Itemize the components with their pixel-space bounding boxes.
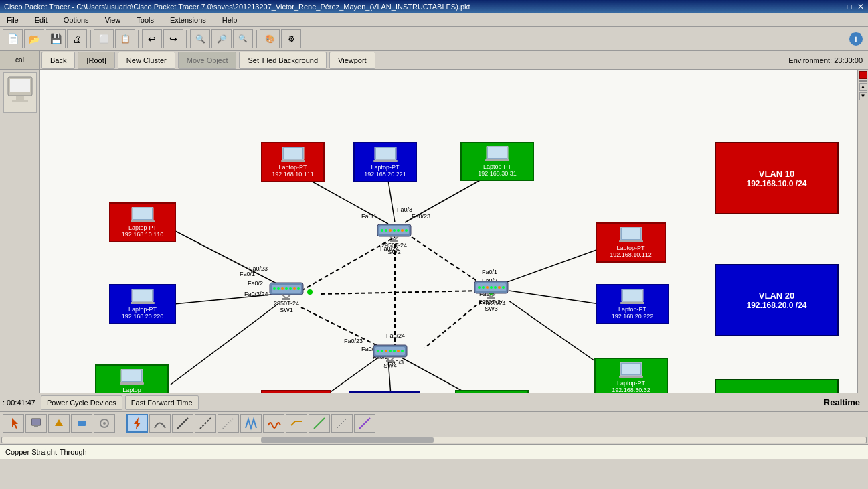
tool-straight[interactable] <box>172 414 193 433</box>
new-btn[interactable]: 📄 <box>3 29 23 48</box>
laptop-node-l5[interactable]: Laptop-PT192.168.10.112 <box>596 222 666 263</box>
paste-btn[interactable]: 📋 <box>115 29 135 48</box>
copy-btn[interactable]: ⬜ <box>94 29 114 48</box>
sep2 <box>138 30 139 48</box>
device-btn-2[interactable] <box>25 414 47 433</box>
svg-line-19 <box>315 358 378 393</box>
switch-sw3[interactable]: 2950T-24SW3 <box>474 277 509 312</box>
save-btn[interactable]: 💾 <box>46 29 66 48</box>
navbar: cal Back [Root] New Cluster Move Object … <box>0 51 868 70</box>
tool-thin-line[interactable] <box>331 414 353 433</box>
menu-extensions[interactable]: Extensions <box>166 15 210 25</box>
switch-sw2[interactable]: 2950T-24SW2 <box>377 220 412 255</box>
switch-sw4[interactable]: SW4 <box>373 341 408 369</box>
scroll-up[interactable]: ▲ <box>859 83 867 91</box>
svg-text:Fa0/2: Fa0/2 <box>248 280 263 287</box>
device-btn-5[interactable] <box>94 414 115 433</box>
laptop-ip-l2: 192.168.20.221 <box>364 171 406 178</box>
tool-lightning[interactable] <box>126 414 148 433</box>
tool-dotted[interactable] <box>218 414 239 433</box>
hscrollbar[interactable] <box>0 435 868 444</box>
vlan10-label: VLAN 10 <box>759 169 794 179</box>
scroll-thumb[interactable] <box>261 437 434 443</box>
minimize-btn[interactable]: — <box>834 2 842 11</box>
menu-tools[interactable]: Tools <box>133 15 158 25</box>
svg-point-122 <box>381 229 383 232</box>
svg-rect-85 <box>622 228 640 239</box>
laptop-node-l12[interactable]: Laptop-PT192.168.30.33 <box>455 390 529 393</box>
svg-line-13 <box>174 230 278 284</box>
tool-dashed[interactable] <box>195 414 216 433</box>
info-btn[interactable]: i <box>849 32 863 46</box>
close-btn[interactable]: ✕ <box>857 2 864 11</box>
move-object-button[interactable]: Move Object <box>178 52 237 69</box>
svg-point-113 <box>285 287 288 290</box>
svg-point-140 <box>502 286 505 289</box>
svg-point-137 <box>490 286 493 289</box>
svg-line-11 <box>388 180 395 222</box>
fast-forward-button[interactable]: Fast Forward Time <box>125 395 199 410</box>
window-controls: — □ ✕ <box>834 2 864 11</box>
print-btn[interactable]: 🖨 <box>67 29 87 48</box>
custom-btn[interactable]: ⚙ <box>281 29 301 48</box>
zoomin-btn[interactable]: 🔎 <box>211 29 232 48</box>
menu-help[interactable]: Help <box>218 15 242 25</box>
tool-curve[interactable] <box>149 414 171 433</box>
menu-options[interactable]: Options <box>60 15 93 25</box>
back-button[interactable]: Back <box>41 52 75 69</box>
laptop-node-l9[interactable]: Laptop-PT192.168.30.32 <box>594 358 668 393</box>
palette-btn[interactable]: 🎨 <box>260 29 280 48</box>
svg-point-114 <box>289 287 292 290</box>
laptop-label-l6: Laptop-PT192.168.20.220 <box>122 306 164 320</box>
svg-text:Fa0/23: Fa0/23 <box>249 265 268 272</box>
vlan10-subnet: 192.168.10.0 /24 <box>746 179 806 188</box>
power-cycle-button[interactable]: Power Cycle Devices <box>41 395 122 410</box>
svg-point-160 <box>103 422 106 425</box>
tool-wave[interactable] <box>263 414 284 433</box>
laptop-node-l2[interactable]: Laptop-PT192.168.20.221 <box>353 142 417 182</box>
set-tiled-background-button[interactable]: Set Tiled Background <box>239 52 327 69</box>
left-sidebar <box>0 70 40 393</box>
laptop-node-l4[interactable]: Laptop-PT192.168.10.110 <box>109 202 176 242</box>
menu-view[interactable]: View <box>101 15 125 25</box>
red-indicator <box>859 71 867 79</box>
vlan20-box: VLAN 20 192.168.20.0 /24 <box>715 264 839 336</box>
scroll-track[interactable] <box>1 437 867 443</box>
open-btn[interactable]: 📂 <box>24 29 44 48</box>
device-btn-4[interactable] <box>71 414 92 433</box>
laptop-node-l10[interactable]: Laptop-PT192.168.10.113 <box>261 390 331 393</box>
viewport-button[interactable]: Viewport <box>329 52 375 69</box>
tool-serial[interactable] <box>286 414 307 433</box>
tool-purple-line[interactable] <box>354 414 375 433</box>
menu-file[interactable]: File <box>3 15 23 25</box>
switch-sw1[interactable]: 2950T-24SW1 <box>269 279 304 313</box>
zoomout-btn[interactable]: 🔍 <box>233 29 253 48</box>
laptop-node-l11[interactable]: Laptop-PT192.168.20.223 <box>349 391 420 393</box>
new-cluster-button[interactable]: New Cluster <box>118 52 175 69</box>
undo-btn[interactable]: ↩ <box>142 29 162 48</box>
laptop-node-l6[interactable]: Laptop-PT192.168.20.220 <box>109 284 176 324</box>
laptop-ip-l6: 192.168.20.220 <box>122 313 164 320</box>
redo-btn[interactable]: ↪ <box>163 29 183 48</box>
laptop-ip-l1: 192.168.10.111 <box>272 171 314 178</box>
svg-point-135 <box>482 286 485 289</box>
tool-green-line[interactable] <box>309 414 330 433</box>
svg-text:Fa0/23: Fa0/23 <box>344 338 363 344</box>
device-btn-1[interactable] <box>3 414 24 433</box>
laptop-node-l7[interactable]: Laptop-PT192.168.20.222 <box>596 284 669 324</box>
toolbar: 📄 📂 💾 🖨 ⬜ 📋 ↩ ↪ 🔍 🔎 🔍 🎨 ⚙ i <box>0 27 868 51</box>
svg-point-139 <box>498 286 501 289</box>
network-canvas[interactable]: Fa0/1 Fa0/3 Fa0/23 Fa0/24 Fa0/1 Fa0/2 Fa… <box>40 70 857 393</box>
device-btn-3[interactable] <box>48 414 70 433</box>
tool-zigzag[interactable] <box>240 414 262 433</box>
svg-rect-3 <box>12 100 28 102</box>
laptop-node-l8[interactable]: Laptop192.168.30.30 <box>95 364 169 393</box>
menu-edit[interactable]: Edit <box>31 15 52 25</box>
laptop-node-l1[interactable]: Laptop-PT192.168.10.111 <box>261 142 325 182</box>
zoom-btn[interactable]: 🔍 <box>190 29 210 48</box>
svg-rect-77 <box>373 160 398 162</box>
maximize-btn[interactable]: □ <box>847 2 852 11</box>
svg-line-168 <box>359 418 370 429</box>
laptop-node-l3[interactable]: Laptop-PT192.168.30.31 <box>460 142 534 181</box>
scroll-down[interactable]: ▼ <box>859 92 867 100</box>
